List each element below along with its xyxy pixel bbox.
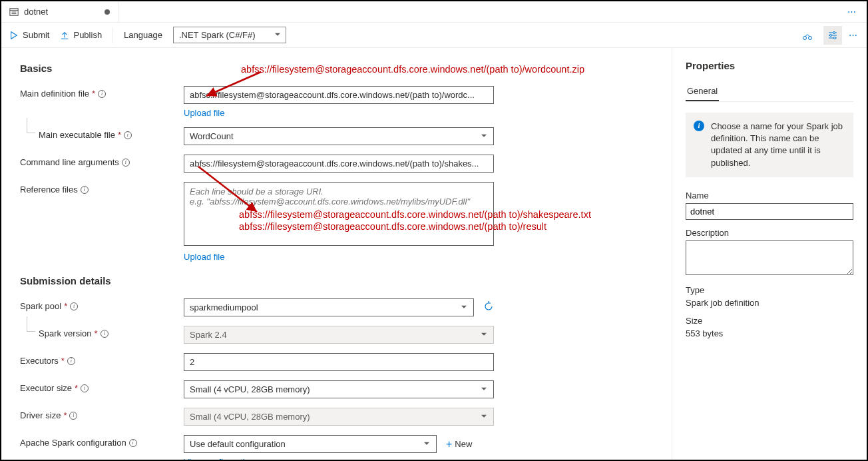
info-banner: i Choose a name for your Spark job defin…: [686, 113, 853, 177]
spark-config-select[interactable]: Use default configuration: [184, 435, 437, 453]
info-icon[interactable]: i: [124, 131, 132, 139]
info-icon[interactable]: i: [81, 186, 89, 194]
main-definition-file-label: Main definition file * i: [20, 86, 184, 99]
publish-icon: [60, 31, 69, 40]
reference-files-textarea[interactable]: [184, 182, 494, 246]
info-icon[interactable]: i: [81, 384, 89, 392]
info-icon[interactable]: i: [70, 302, 78, 310]
spark-version-label: Spark version * i: [20, 326, 184, 338]
tab-more-icon[interactable]: ⋯: [847, 7, 867, 17]
info-icon[interactable]: i: [129, 439, 137, 447]
info-icon[interactable]: i: [122, 159, 130, 167]
svg-point-10: [830, 34, 832, 36]
toolbar-divider: [112, 27, 113, 43]
info-icon[interactable]: i: [69, 412, 77, 420]
refresh-button[interactable]: [483, 301, 494, 314]
description-label: Description: [686, 228, 853, 238]
main-executable-file-select[interactable]: WordCount: [184, 127, 494, 145]
driver-size-select: Small (4 vCPU, 28GB memory): [184, 408, 494, 426]
name-label: Name: [686, 191, 853, 201]
tab-title: dotnet: [24, 7, 48, 17]
language-select[interactable]: .NET Spark (C#/F#): [173, 27, 286, 43]
upload-file-link[interactable]: Upload file: [184, 108, 224, 118]
executor-size-label: Executor size * i: [20, 380, 184, 393]
main-executable-file-label: Main executable file * i: [20, 127, 184, 140]
play-icon: [9, 31, 19, 40]
spark-pool-select[interactable]: sparkmediumpool: [184, 298, 474, 316]
main-panel: Basics Main definition file * i Upload f…: [1, 48, 672, 460]
properties-heading: Properties: [686, 60, 853, 71]
spark-pool-label: Spark pool * i: [20, 298, 184, 311]
driver-size-label: Driver size * i: [20, 408, 184, 420]
spark-version-select: Spark 2.4: [184, 326, 494, 344]
executors-input[interactable]: [184, 353, 494, 371]
title-bar: dotnet ⋯: [1, 1, 867, 23]
document-icon: [9, 7, 19, 17]
svg-point-5: [803, 36, 807, 39]
command-line-arguments-label: Command line arguments i: [20, 155, 184, 167]
main-definition-file-input[interactable]: [184, 86, 494, 104]
svg-point-6: [809, 36, 812, 39]
toolbar-more-icon[interactable]: ⋯: [849, 30, 859, 40]
description-textarea[interactable]: [686, 240, 853, 275]
size-value: 553 bytes: [686, 328, 853, 338]
properties-toggle-button[interactable]: [823, 26, 842, 45]
command-line-arguments-input[interactable]: [184, 155, 494, 173]
type-value: Spark job definition: [686, 298, 853, 308]
info-icon[interactable]: i: [101, 330, 108, 338]
info-icon[interactable]: i: [67, 357, 75, 365]
unsaved-indicator-icon: [105, 9, 110, 15]
executors-label: Executors * i: [20, 353, 184, 366]
svg-point-12: [834, 37, 836, 39]
svg-marker-4: [11, 31, 17, 39]
basics-heading: Basics: [20, 63, 653, 74]
submit-button[interactable]: Submit: [9, 30, 49, 40]
sliders-icon: [827, 30, 838, 41]
properties-panel: Properties General i Choose a name for y…: [672, 48, 867, 460]
connections-icon: [802, 30, 813, 41]
tab-general[interactable]: General: [686, 82, 719, 101]
info-icon[interactable]: i: [98, 90, 106, 98]
submission-heading: Submission details: [20, 275, 653, 286]
info-icon: i: [694, 121, 704, 131]
document-tab[interactable]: dotnet: [1, 1, 118, 22]
svg-point-8: [833, 31, 835, 33]
size-label: Size: [686, 316, 853, 326]
connections-button[interactable]: [798, 26, 817, 45]
view-configurations-link[interactable]: View configurations: [184, 457, 259, 460]
name-input[interactable]: [686, 203, 853, 220]
properties-tabs: General: [686, 82, 853, 102]
publish-button[interactable]: Publish: [60, 30, 102, 40]
upload-file-link-2[interactable]: Upload file: [184, 252, 224, 262]
refresh-icon: [483, 301, 494, 312]
spark-config-label: Apache Spark configuration i: [20, 435, 184, 448]
toolbar: Submit Publish Language .NET Spark (C#/F…: [1, 23, 867, 48]
type-label: Type: [686, 285, 853, 295]
language-label: Language: [124, 30, 162, 40]
new-config-button[interactable]: + New: [446, 438, 472, 450]
executor-size-select[interactable]: Small (4 vCPU, 28GB memory): [184, 380, 494, 398]
reference-files-label: Reference files i: [20, 182, 184, 195]
